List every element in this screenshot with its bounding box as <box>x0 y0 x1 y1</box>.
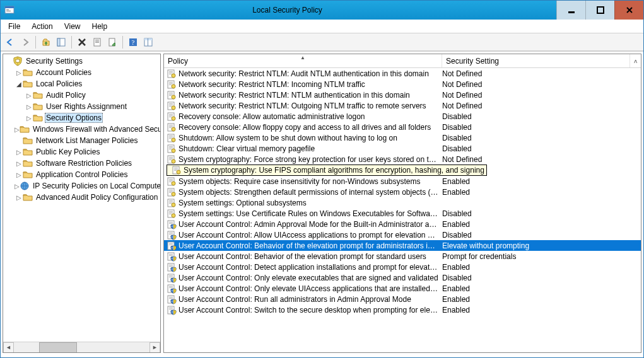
maximize-button[interactable] <box>585 1 614 20</box>
policy-row[interactable]: User Account Control: Run all administra… <box>164 294 641 304</box>
scroll-track[interactable] <box>14 342 149 353</box>
tree-item[interactable]: ▷Software Restriction Policies <box>3 158 160 169</box>
svg-point-54 <box>172 138 175 142</box>
expand-icon[interactable]: ▷ <box>25 103 33 110</box>
policy-row[interactable]: User Account Control: Allow UIAccess app… <box>164 229 641 240</box>
policy-row[interactable]: Network security: Restrict NTLM: Incomin… <box>164 79 641 90</box>
tree-item[interactable]: ▷IP Security Policies on Local Computer <box>3 180 160 192</box>
export-button[interactable] <box>105 35 119 49</box>
svg-point-89 <box>172 214 175 217</box>
policy-row[interactable]: User Account Control: Switch to the secu… <box>164 304 641 315</box>
svg-rect-3 <box>6 11 11 11</box>
scroll-left-button[interactable]: ◄ <box>3 342 14 353</box>
policy-row[interactable]: System objects: Require case insensitivi… <box>164 176 641 187</box>
tree-item[interactable]: ▷User Rights Assignment <box>3 101 160 112</box>
policy-name: User Account Control: Allow UIAccess app… <box>179 231 442 240</box>
policy-row[interactable]: Shutdown: Clear virtual memory pagefileD… <box>164 143 641 154</box>
tree-item[interactable]: ▷Public Key Policies <box>3 146 160 158</box>
tree-item[interactable]: ▷Audit Policy <box>3 90 160 101</box>
col-policy[interactable]: Policy ▲ <box>164 54 442 67</box>
uac-policy-icon <box>167 262 177 272</box>
tree-hscroll[interactable]: ◄ ► <box>3 342 160 352</box>
menu-file[interactable]: File <box>3 21 25 32</box>
up-button[interactable] <box>39 35 53 49</box>
delete-button[interactable] <box>75 35 89 49</box>
help-button[interactable]: ? <box>126 35 140 49</box>
policy-icon <box>167 69 177 79</box>
tree-item[interactable]: ◢Local Policies <box>3 78 160 90</box>
expand-icon[interactable]: ▷ <box>25 92 33 99</box>
forward-button[interactable] <box>18 35 32 49</box>
menu-help[interactable]: Help <box>87 21 113 32</box>
policy-name: System objects: Require case insensitivi… <box>179 177 442 186</box>
policy-row[interactable]: Network security: Restrict NTLM: Audit N… <box>164 68 641 79</box>
expand-icon[interactable]: ▷ <box>15 183 20 190</box>
expand-icon[interactable]: ▷ <box>25 115 33 122</box>
policy-row[interactable]: User Account Control: Admin Approval Mod… <box>164 219 641 229</box>
expand-icon[interactable]: ▷ <box>15 126 20 133</box>
policy-row[interactable]: User Account Control: Detect application… <box>164 262 641 272</box>
titlebar[interactable]: Local Security Policy <box>1 1 643 20</box>
policy-row[interactable]: User Account Control: Behavior of the el… <box>164 240 641 251</box>
tree-item[interactable]: ▷Windows Firewall with Advanced Security <box>3 124 160 135</box>
tree-item[interactable]: Network List Manager Policies <box>3 135 160 146</box>
svg-rect-67 <box>174 169 178 170</box>
col-scroll-spacer[interactable]: ʌ <box>630 54 641 67</box>
policy-name: User Account Control: Only elevate UIAcc… <box>179 284 442 293</box>
back-button[interactable] <box>3 35 17 49</box>
policy-row[interactable]: System settings: Use Certificate Rules o… <box>164 208 641 219</box>
expand-icon[interactable]: ▷ <box>15 194 23 201</box>
svg-rect-88 <box>169 214 172 214</box>
policy-setting: Enabled <box>442 220 641 229</box>
policy-row[interactable]: User Account Control: Only elevate execu… <box>164 272 641 283</box>
menu-view[interactable]: View <box>59 21 86 32</box>
tree-item[interactable]: Security Settings <box>3 55 160 67</box>
expand-icon[interactable]: ▷ <box>15 69 23 76</box>
tree-item[interactable]: ▷Account Policies <box>3 67 160 78</box>
policy-row[interactable]: Recovery console: Allow automatic admini… <box>164 111 641 122</box>
expand-icon[interactable]: ▷ <box>15 149 23 156</box>
scroll-thumb[interactable] <box>39 342 77 353</box>
menu-action[interactable]: Action <box>26 21 57 32</box>
collapse-icon[interactable]: ◢ <box>15 81 23 88</box>
svg-rect-18 <box>16 59 20 62</box>
tree-item[interactable]: ▷Advanced Audit Policy Configuration <box>3 192 160 203</box>
svg-rect-48 <box>169 127 172 128</box>
svg-rect-61 <box>169 157 173 158</box>
policy-row[interactable]: User Account Control: Behavior of the el… <box>164 251 641 262</box>
security-tree[interactable]: Security Settings▷Account Policies◢Local… <box>3 54 160 342</box>
policy-row[interactable]: Recovery console: Allow floppy copy and … <box>164 122 641 132</box>
show-hide-tree-button[interactable] <box>54 35 68 49</box>
tree-item[interactable]: ▷Application Control Policies <box>3 169 160 180</box>
svg-rect-91 <box>169 222 173 222</box>
scroll-right-button[interactable]: ► <box>149 342 160 353</box>
tree-item-label: IP Security Policies on Local Computer <box>32 182 160 190</box>
policy-row[interactable]: Network security: Restrict NTLM: NTLM au… <box>164 90 641 100</box>
minimize-button[interactable] <box>556 1 585 20</box>
col-setting[interactable]: Security Setting <box>442 54 630 67</box>
policy-row[interactable]: Network security: Restrict NTLM: Outgoin… <box>164 100 641 111</box>
policy-icon <box>167 187 177 197</box>
svg-rect-68 <box>174 170 177 171</box>
expand-icon[interactable]: ▷ <box>15 171 23 178</box>
scroll-up-caret: ʌ <box>634 58 637 64</box>
policy-row[interactable]: Shutdown: Allow system to be shut down w… <box>164 132 641 143</box>
svg-rect-1 <box>5 6 14 8</box>
policy-name: Recovery console: Allow automatic admini… <box>179 112 442 121</box>
policy-list[interactable]: Network security: Restrict NTLM: Audit N… <box>164 68 641 352</box>
tree-item[interactable]: ▷Security Options <box>3 112 160 124</box>
policy-setting: Disabled <box>442 231 641 240</box>
policy-name: Network security: Restrict NTLM: Outgoin… <box>179 101 442 110</box>
refresh-button[interactable] <box>141 35 155 49</box>
svg-rect-26 <box>169 82 173 83</box>
policy-name: User Account Control: Admin Approval Mod… <box>179 220 442 229</box>
policy-row[interactable]: User Account Control: Only elevate UIAcc… <box>164 283 641 294</box>
policy-row[interactable]: System settings: Optional subsystems <box>164 197 641 208</box>
expand-icon[interactable]: ▷ <box>15 160 23 167</box>
policy-row[interactable]: System objects: Strengthen default permi… <box>164 187 641 197</box>
svg-rect-41 <box>169 114 173 115</box>
policy-row[interactable]: System cryptography: Force strong key pr… <box>164 154 641 165</box>
policy-name: Network security: Restrict NTLM: Audit N… <box>179 69 442 78</box>
close-button[interactable] <box>614 1 643 20</box>
properties-button[interactable] <box>90 35 104 49</box>
